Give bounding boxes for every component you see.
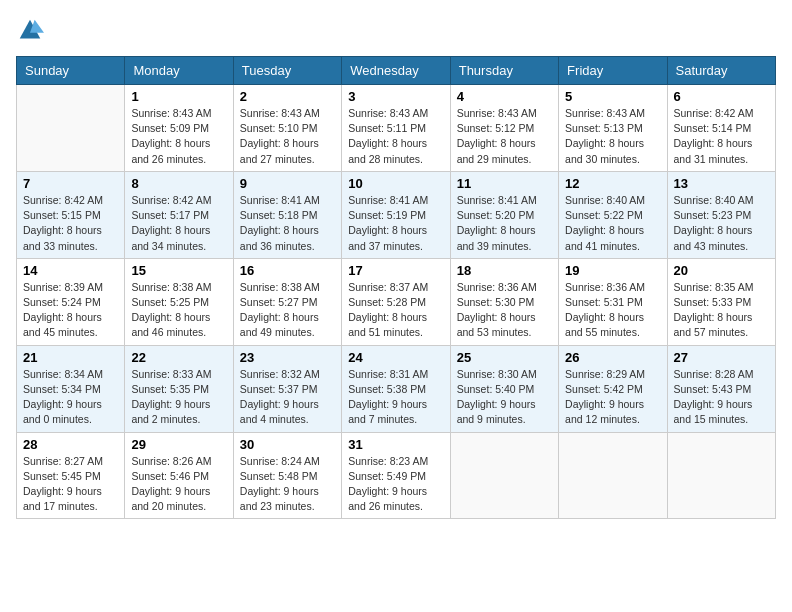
- day-info: Sunrise: 8:43 AMSunset: 5:09 PMDaylight:…: [131, 106, 226, 167]
- day-number: 8: [131, 176, 226, 191]
- day-info: Sunrise: 8:41 AMSunset: 5:19 PMDaylight:…: [348, 193, 443, 254]
- day-number: 26: [565, 350, 660, 365]
- day-of-week-header: Monday: [125, 57, 233, 85]
- day-number: 23: [240, 350, 335, 365]
- day-number: 12: [565, 176, 660, 191]
- calendar-cell: [667, 432, 775, 519]
- day-number: 29: [131, 437, 226, 452]
- calendar-cell: 27Sunrise: 8:28 AMSunset: 5:43 PMDayligh…: [667, 345, 775, 432]
- calendar-cell: 3Sunrise: 8:43 AMSunset: 5:11 PMDaylight…: [342, 85, 450, 172]
- day-info: Sunrise: 8:32 AMSunset: 5:37 PMDaylight:…: [240, 367, 335, 428]
- day-info: Sunrise: 8:28 AMSunset: 5:43 PMDaylight:…: [674, 367, 769, 428]
- calendar-cell: 20Sunrise: 8:35 AMSunset: 5:33 PMDayligh…: [667, 258, 775, 345]
- day-number: 4: [457, 89, 552, 104]
- calendar-week-row: 21Sunrise: 8:34 AMSunset: 5:34 PMDayligh…: [17, 345, 776, 432]
- calendar-table: SundayMondayTuesdayWednesdayThursdayFrid…: [16, 56, 776, 519]
- day-of-week-header: Saturday: [667, 57, 775, 85]
- day-info: Sunrise: 8:43 AMSunset: 5:10 PMDaylight:…: [240, 106, 335, 167]
- day-info: Sunrise: 8:43 AMSunset: 5:11 PMDaylight:…: [348, 106, 443, 167]
- day-number: 25: [457, 350, 552, 365]
- day-number: 21: [23, 350, 118, 365]
- calendar-cell: 10Sunrise: 8:41 AMSunset: 5:19 PMDayligh…: [342, 171, 450, 258]
- day-info: Sunrise: 8:35 AMSunset: 5:33 PMDaylight:…: [674, 280, 769, 341]
- calendar-cell: 15Sunrise: 8:38 AMSunset: 5:25 PMDayligh…: [125, 258, 233, 345]
- day-info: Sunrise: 8:33 AMSunset: 5:35 PMDaylight:…: [131, 367, 226, 428]
- day-number: 24: [348, 350, 443, 365]
- day-info: Sunrise: 8:43 AMSunset: 5:12 PMDaylight:…: [457, 106, 552, 167]
- calendar-week-row: 28Sunrise: 8:27 AMSunset: 5:45 PMDayligh…: [17, 432, 776, 519]
- day-number: 7: [23, 176, 118, 191]
- calendar-week-row: 1Sunrise: 8:43 AMSunset: 5:09 PMDaylight…: [17, 85, 776, 172]
- calendar-cell: 24Sunrise: 8:31 AMSunset: 5:38 PMDayligh…: [342, 345, 450, 432]
- calendar-cell: 18Sunrise: 8:36 AMSunset: 5:30 PMDayligh…: [450, 258, 558, 345]
- calendar-cell: 23Sunrise: 8:32 AMSunset: 5:37 PMDayligh…: [233, 345, 341, 432]
- day-info: Sunrise: 8:38 AMSunset: 5:27 PMDaylight:…: [240, 280, 335, 341]
- day-info: Sunrise: 8:41 AMSunset: 5:18 PMDaylight:…: [240, 193, 335, 254]
- calendar-cell: 26Sunrise: 8:29 AMSunset: 5:42 PMDayligh…: [559, 345, 667, 432]
- day-info: Sunrise: 8:29 AMSunset: 5:42 PMDaylight:…: [565, 367, 660, 428]
- calendar-cell: 25Sunrise: 8:30 AMSunset: 5:40 PMDayligh…: [450, 345, 558, 432]
- day-number: 6: [674, 89, 769, 104]
- calendar-cell: 4Sunrise: 8:43 AMSunset: 5:12 PMDaylight…: [450, 85, 558, 172]
- calendar-cell: 22Sunrise: 8:33 AMSunset: 5:35 PMDayligh…: [125, 345, 233, 432]
- calendar-cell: 1Sunrise: 8:43 AMSunset: 5:09 PMDaylight…: [125, 85, 233, 172]
- day-number: 9: [240, 176, 335, 191]
- day-info: Sunrise: 8:27 AMSunset: 5:45 PMDaylight:…: [23, 454, 118, 515]
- logo-icon: [16, 16, 44, 44]
- day-number: 16: [240, 263, 335, 278]
- calendar-cell: 8Sunrise: 8:42 AMSunset: 5:17 PMDaylight…: [125, 171, 233, 258]
- day-of-week-header: Sunday: [17, 57, 125, 85]
- day-number: 11: [457, 176, 552, 191]
- calendar-cell: 9Sunrise: 8:41 AMSunset: 5:18 PMDaylight…: [233, 171, 341, 258]
- calendar-cell: 13Sunrise: 8:40 AMSunset: 5:23 PMDayligh…: [667, 171, 775, 258]
- day-of-week-header: Tuesday: [233, 57, 341, 85]
- day-info: Sunrise: 8:39 AMSunset: 5:24 PMDaylight:…: [23, 280, 118, 341]
- calendar-cell: 11Sunrise: 8:41 AMSunset: 5:20 PMDayligh…: [450, 171, 558, 258]
- calendar-cell: 31Sunrise: 8:23 AMSunset: 5:49 PMDayligh…: [342, 432, 450, 519]
- calendar-cell: [559, 432, 667, 519]
- calendar-cell: 14Sunrise: 8:39 AMSunset: 5:24 PMDayligh…: [17, 258, 125, 345]
- calendar-cell: 5Sunrise: 8:43 AMSunset: 5:13 PMDaylight…: [559, 85, 667, 172]
- day-number: 28: [23, 437, 118, 452]
- calendar-cell: 21Sunrise: 8:34 AMSunset: 5:34 PMDayligh…: [17, 345, 125, 432]
- day-number: 18: [457, 263, 552, 278]
- day-info: Sunrise: 8:26 AMSunset: 5:46 PMDaylight:…: [131, 454, 226, 515]
- day-number: 30: [240, 437, 335, 452]
- logo: [16, 16, 46, 44]
- calendar-week-row: 7Sunrise: 8:42 AMSunset: 5:15 PMDaylight…: [17, 171, 776, 258]
- day-number: 3: [348, 89, 443, 104]
- calendar-cell: 16Sunrise: 8:38 AMSunset: 5:27 PMDayligh…: [233, 258, 341, 345]
- calendar-cell: 12Sunrise: 8:40 AMSunset: 5:22 PMDayligh…: [559, 171, 667, 258]
- day-info: Sunrise: 8:30 AMSunset: 5:40 PMDaylight:…: [457, 367, 552, 428]
- day-info: Sunrise: 8:34 AMSunset: 5:34 PMDaylight:…: [23, 367, 118, 428]
- day-number: 27: [674, 350, 769, 365]
- page-header: [16, 16, 776, 44]
- calendar-cell: 6Sunrise: 8:42 AMSunset: 5:14 PMDaylight…: [667, 85, 775, 172]
- day-number: 10: [348, 176, 443, 191]
- day-info: Sunrise: 8:42 AMSunset: 5:15 PMDaylight:…: [23, 193, 118, 254]
- day-number: 13: [674, 176, 769, 191]
- calendar-header-row: SundayMondayTuesdayWednesdayThursdayFrid…: [17, 57, 776, 85]
- calendar-cell: 19Sunrise: 8:36 AMSunset: 5:31 PMDayligh…: [559, 258, 667, 345]
- day-number: 31: [348, 437, 443, 452]
- day-info: Sunrise: 8:24 AMSunset: 5:48 PMDaylight:…: [240, 454, 335, 515]
- day-of-week-header: Friday: [559, 57, 667, 85]
- calendar-cell: 29Sunrise: 8:26 AMSunset: 5:46 PMDayligh…: [125, 432, 233, 519]
- day-number: 19: [565, 263, 660, 278]
- calendar-cell: [17, 85, 125, 172]
- day-info: Sunrise: 8:40 AMSunset: 5:23 PMDaylight:…: [674, 193, 769, 254]
- day-info: Sunrise: 8:43 AMSunset: 5:13 PMDaylight:…: [565, 106, 660, 167]
- day-number: 2: [240, 89, 335, 104]
- day-of-week-header: Thursday: [450, 57, 558, 85]
- day-info: Sunrise: 8:38 AMSunset: 5:25 PMDaylight:…: [131, 280, 226, 341]
- calendar-cell: 2Sunrise: 8:43 AMSunset: 5:10 PMDaylight…: [233, 85, 341, 172]
- day-info: Sunrise: 8:41 AMSunset: 5:20 PMDaylight:…: [457, 193, 552, 254]
- calendar-cell: 7Sunrise: 8:42 AMSunset: 5:15 PMDaylight…: [17, 171, 125, 258]
- day-info: Sunrise: 8:42 AMSunset: 5:14 PMDaylight:…: [674, 106, 769, 167]
- day-info: Sunrise: 8:36 AMSunset: 5:30 PMDaylight:…: [457, 280, 552, 341]
- day-of-week-header: Wednesday: [342, 57, 450, 85]
- day-info: Sunrise: 8:23 AMSunset: 5:49 PMDaylight:…: [348, 454, 443, 515]
- calendar-cell: 17Sunrise: 8:37 AMSunset: 5:28 PMDayligh…: [342, 258, 450, 345]
- day-info: Sunrise: 8:31 AMSunset: 5:38 PMDaylight:…: [348, 367, 443, 428]
- day-number: 20: [674, 263, 769, 278]
